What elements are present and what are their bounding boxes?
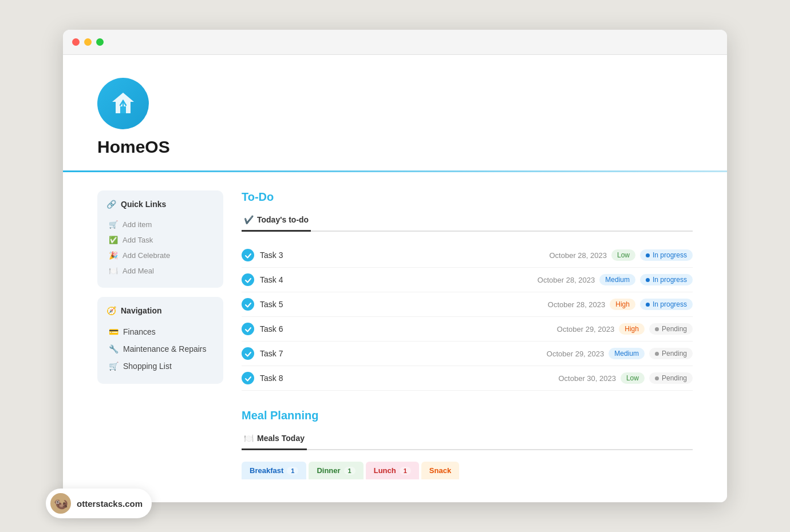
task-meta: October 29, 2023 Medium Pending: [535, 348, 693, 359]
minimize-button[interactable]: [84, 38, 92, 46]
sidebar: 🔗 Quick Links 🛒 Add item ✅ Add Task 🎉 Ad…: [97, 190, 223, 479]
app-logo: [97, 78, 149, 129]
priority-badge: Low: [621, 372, 645, 384]
maximize-button[interactable]: [96, 38, 104, 46]
cart-icon: 🛒: [109, 220, 118, 229]
breakfast-label: Breakfast: [250, 466, 283, 475]
browser-window: HomeOS 🔗 Quick Links 🛒 Add item: [63, 30, 727, 502]
table-row: Task 7 October 29, 2023 Medium Pending: [242, 342, 693, 366]
todo-section: To-Do ✔️ Today's to-do: [242, 190, 693, 391]
todo-title: To-Do: [242, 190, 693, 204]
task-meta: October 28, 2023 Low In progress: [538, 249, 693, 261]
snack-column[interactable]: Snack: [421, 462, 459, 479]
table-row: Task 4 October 28, 2023 Medium In progre…: [242, 268, 693, 292]
app-title: HomeOS: [97, 137, 170, 157]
dinner-label: Dinner: [317, 466, 340, 475]
task-meta: October 29, 2023 High Pending: [546, 323, 693, 335]
quick-links-title: 🔗 Quick Links: [106, 200, 214, 209]
task-date: October 28, 2023: [536, 300, 605, 309]
task-check-icon: [242, 372, 254, 384]
add-item-link[interactable]: 🛒 Add item: [106, 217, 214, 232]
otter-domain: otterstacks.com: [77, 499, 143, 509]
maintenance-icon: 🔧: [109, 344, 118, 354]
task-meta: October 28, 2023 High In progress: [536, 299, 693, 310]
priority-badge: Medium: [609, 348, 645, 359]
table-row: Task 5 October 28, 2023 High In progress: [242, 292, 693, 317]
add-meal-link[interactable]: 🍽️ Add Meal: [106, 263, 214, 279]
task-check-icon: [242, 273, 254, 286]
celebrate-icon: 🎉: [109, 251, 118, 260]
lunch-count: 1: [400, 467, 411, 475]
finances-nav-item[interactable]: 💳 Finances: [106, 323, 214, 340]
link-icon: 🔗: [106, 200, 116, 209]
dinner-column[interactable]: Dinner 1: [309, 462, 363, 479]
status-badge: In progress: [640, 249, 693, 261]
status-dot: [655, 327, 659, 331]
status-dot: [646, 303, 650, 307]
task-check-icon: [242, 249, 254, 261]
task-check-icon: [242, 347, 254, 360]
navigation-title: 🧭 Navigation: [106, 306, 214, 315]
meal-columns: Breakfast 1 Dinner 1 Lunch 1 Snack: [242, 462, 693, 479]
task-date: October 28, 2023: [526, 276, 595, 284]
page-content: HomeOS 🔗 Quick Links 🛒 Add item: [63, 55, 727, 502]
status-dot: [655, 376, 659, 380]
meal-planning-section: Meal Planning 🍽️ Meals Today Breakfast 1: [242, 409, 693, 479]
task-name: Task 5: [260, 300, 536, 309]
task-meta: October 30, 2023 Low Pending: [547, 372, 693, 384]
title-bar: [63, 30, 727, 55]
dinner-count: 1: [344, 467, 356, 475]
status-dot: [655, 352, 659, 356]
todo-tab-bar: ✔️ Today's to-do: [242, 211, 693, 232]
priority-badge: Medium: [599, 274, 635, 285]
status-badge: In progress: [640, 274, 693, 285]
status-badge: In progress: [640, 299, 693, 310]
priority-badge: High: [610, 299, 635, 310]
shopping-icon: 🛒: [109, 362, 118, 371]
maintenance-nav-item[interactable]: 🔧 Maintenance & Repairs: [106, 340, 214, 358]
shopping-nav-item[interactable]: 🛒 Shopping List: [106, 358, 214, 375]
navigation-section: 🧭 Navigation 💳 Finances 🔧 Maintenance & …: [97, 297, 223, 384]
main-layout: 🔗 Quick Links 🛒 Add item ✅ Add Task 🎉 Ad…: [97, 190, 693, 479]
status-dot: [646, 253, 650, 257]
snack-label: Snack: [429, 466, 451, 475]
lunch-column[interactable]: Lunch 1: [366, 462, 419, 479]
today-todo-tab[interactable]: ✔️ Today's to-do: [242, 211, 311, 232]
meals-today-tab[interactable]: 🍽️ Meals Today: [242, 429, 307, 450]
task-check-icon: [242, 298, 254, 311]
task-date: October 29, 2023: [546, 325, 614, 334]
finances-icon: 💳: [109, 327, 118, 336]
nav-icon: 🧭: [106, 306, 116, 315]
meal-icon: 🍽️: [109, 267, 118, 275]
status-dot: [646, 278, 650, 282]
otter-badge: 🦦 otterstacks.com: [46, 489, 152, 518]
table-row: Task 6 October 29, 2023 High Pending: [242, 317, 693, 342]
tasks-table: Task 3 October 28, 2023 Low In progress: [242, 243, 693, 391]
priority-badge: Low: [611, 249, 635, 261]
status-badge: Pending: [649, 323, 693, 335]
task-name: Task 7: [260, 349, 535, 358]
otter-avatar: 🦦: [50, 493, 71, 514]
add-task-link[interactable]: ✅ Add Task: [106, 232, 214, 248]
header-divider: [63, 170, 727, 172]
meals-icon: 🍽️: [244, 434, 254, 443]
breakfast-column[interactable]: Breakfast 1: [242, 462, 306, 479]
check-circle-icon: ✅: [109, 236, 118, 244]
status-badge: Pending: [649, 372, 693, 384]
task-date: October 30, 2023: [547, 374, 616, 383]
task-name: Task 6: [260, 324, 546, 334]
priority-badge: High: [619, 323, 645, 335]
task-name: Task 3: [260, 251, 538, 260]
close-button[interactable]: [72, 38, 80, 46]
check-icon: ✔️: [244, 215, 254, 224]
lunch-label: Lunch: [374, 466, 396, 475]
main-area: To-Do ✔️ Today's to-do: [242, 190, 693, 479]
breakfast-count: 1: [287, 467, 298, 475]
task-check-icon: [242, 323, 254, 335]
task-date: October 28, 2023: [538, 251, 607, 260]
status-badge: Pending: [649, 348, 693, 359]
add-celebrate-link[interactable]: 🎉 Add Celebrate: [106, 248, 214, 263]
table-row: Task 8 October 30, 2023 Low Pending: [242, 366, 693, 391]
app-header: HomeOS: [97, 78, 693, 157]
table-row: Task 3 October 28, 2023 Low In progress: [242, 243, 693, 268]
